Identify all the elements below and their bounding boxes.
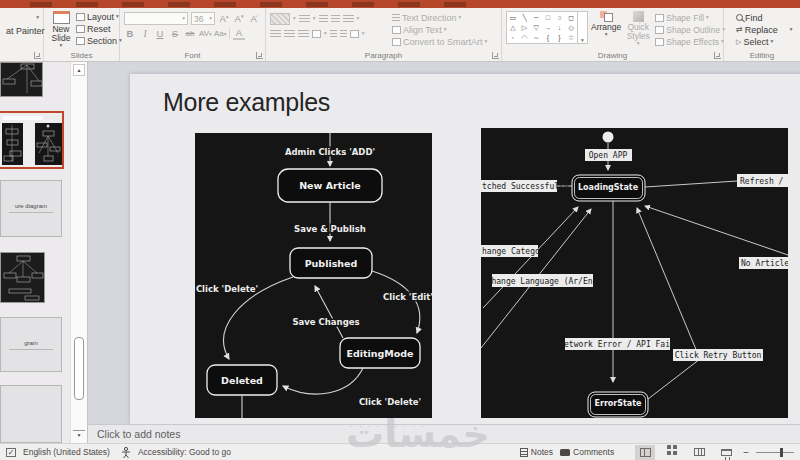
find-button[interactable]: Find	[736, 12, 796, 23]
add-table-icon[interactable]	[350, 30, 359, 38]
state-loading: LoadingState	[578, 183, 639, 192]
new-slide-button[interactable]: New Slide ▾	[48, 11, 74, 48]
paragraph-group-label: Paragraph	[266, 51, 501, 60]
section-icon	[76, 37, 85, 45]
align-left-icon[interactable]	[270, 30, 281, 38]
slide-thumbnail-6[interactable]	[0, 385, 62, 443]
grow-font-button[interactable]: A▴	[218, 13, 230, 24]
scrollbar-thumb[interactable]	[74, 337, 84, 400]
normal-view-button[interactable]	[635, 445, 655, 460]
ltr-icon[interactable]	[330, 30, 337, 38]
bold-button[interactable]: B	[124, 28, 136, 39]
reset-icon	[76, 25, 85, 33]
thumbnail-panel-scrollbar[interactable]: ▲ ▼	[70, 62, 87, 443]
text-direction-button[interactable]: Text Direction▾	[392, 12, 487, 23]
notes-toggle-icon	[520, 448, 528, 457]
paste-dropdown-caret[interactable]: ▾	[36, 15, 39, 21]
state-new-article: New Article	[299, 180, 361, 191]
scroll-up-icon[interactable]: ▲	[73, 64, 85, 76]
italic-button[interactable]: I	[139, 29, 151, 39]
align-right-icon[interactable]	[298, 30, 309, 38]
font-color-button[interactable]: A	[233, 27, 245, 40]
shrink-font-button[interactable]: A▾	[233, 13, 245, 24]
align-text-button[interactable]: Align Text▾	[392, 24, 487, 35]
replace-button[interactable]: ⇄ Replace ▾	[736, 24, 796, 35]
status-bar: ✓ English (United States) Accessibility:…	[0, 443, 800, 460]
paragraph-dialog-launcher-icon[interactable]	[492, 52, 499, 59]
align-center-icon[interactable]	[284, 30, 295, 38]
notes-pane[interactable]: · · · · · · · · · Click to add notes	[88, 424, 800, 443]
scroll-down-icon[interactable]: ▼	[73, 430, 85, 440]
transition-open-app: Open APP	[589, 151, 628, 160]
state-published: Published	[305, 258, 358, 269]
shape-outline-button[interactable]: Shape Outline▾	[655, 24, 725, 35]
font-name-combobox[interactable]: ▾	[124, 12, 188, 25]
reading-view-button[interactable]	[689, 445, 709, 460]
notes-toggle-button[interactable]: Notes	[520, 447, 553, 458]
slide-sorter-view-button[interactable]	[662, 445, 682, 460]
slide-surface[interactable]: More examples Admin Clicks 'ADD' New Art…	[130, 74, 800, 424]
line-spacing-icon[interactable]	[343, 15, 354, 23]
character-spacing-button[interactable]: AV▾	[199, 29, 211, 38]
new-slide-label: New Slide	[48, 25, 74, 43]
zoom-slider[interactable]	[756, 452, 794, 453]
clear-formatting-button[interactable]: A⁄	[248, 13, 260, 24]
increase-indent-icon[interactable]	[331, 15, 340, 23]
slide-thumbnail-5[interactable]: gram	[0, 317, 62, 372]
left-state-diagram-image[interactable]: Admin Clicks 'ADD' New Article Save & Pu…	[195, 133, 432, 418]
ribbon-group-editing: Find ⇄ Replace ▾ ▷ Select▾ Editing	[724, 8, 800, 61]
shapes-gallery-grid[interactable]: ▭╲─□○◻ △▷▽→↓◇ ◦◠∼{}☆	[506, 11, 578, 44]
right-state-diagram-image[interactable]: Open APP LoadingState tched Successfully	[481, 128, 788, 418]
shape-fill-button[interactable]: Shape Fill▾	[655, 12, 725, 23]
slide-canvas: More examples Admin Clicks 'ADD' New Art…	[88, 62, 800, 424]
ribbon-group-paragraph: ▾ ▾ ▾ ▾ ▾ Text Direction▾	[266, 8, 502, 61]
slide-thumbnail-1[interactable]	[0, 62, 43, 97]
quick-styles-button[interactable]: Quick Styles ▾	[624, 11, 652, 48]
strikethrough-button[interactable]: ab	[184, 29, 196, 38]
notes-placeholder[interactable]: Click to add notes	[97, 428, 180, 440]
slide-title[interactable]: More examples	[163, 88, 330, 117]
slide-thumbnail-panel: ure diagram gram ▲ ▼	[0, 62, 88, 443]
select-button[interactable]: ▷ Select▾	[736, 36, 796, 47]
reset-button[interactable]: Reset	[76, 23, 122, 34]
decrease-indent-icon[interactable]	[319, 15, 328, 23]
shape-effects-button[interactable]: Shape Effects▾	[655, 36, 725, 47]
font-size-combobox[interactable]: 36▾	[191, 12, 215, 25]
underline-button[interactable]: U	[154, 28, 166, 39]
layout-icon	[76, 13, 85, 21]
shapes-gallery[interactable]: ▭╲─□○◻ △▷▽→↓◇ ◦◠∼{}☆ ▾	[506, 11, 588, 48]
ribbon: ▾ at Painter New Slide ▾ Layout▾ Reset S	[0, 8, 800, 62]
spellcheck-icon[interactable]: ✓	[6, 448, 16, 457]
bullets-gallery-button[interactable]	[270, 13, 290, 25]
slide-thumbnail-2-selected[interactable]	[0, 111, 64, 169]
slide-thumbnail-4[interactable]	[0, 252, 45, 303]
section-button[interactable]: Section▾	[76, 35, 122, 46]
align-text-icon	[392, 26, 401, 34]
notes-resize-grip[interactable]: · · · · · · · · ·	[303, 425, 473, 429]
numbering-icon[interactable]	[299, 15, 310, 23]
layout-button[interactable]: Layout▾	[76, 11, 122, 22]
state-error: ErrorState	[594, 399, 642, 408]
slideshow-button[interactable]	[716, 445, 736, 460]
slide-thumbnail-3[interactable]: ure diagram	[0, 180, 62, 237]
text-direction-icon	[392, 14, 400, 22]
accessibility-status[interactable]: Accessibility: Good to go	[138, 447, 231, 457]
drawing-dialog-launcher-icon[interactable]	[714, 52, 721, 59]
find-icon	[736, 14, 743, 21]
zoom-slider-thumb[interactable]	[780, 448, 783, 457]
rtl-icon[interactable]	[340, 30, 347, 38]
columns-icon[interactable]	[312, 30, 321, 38]
normal-view-icon	[640, 448, 651, 457]
shadow-button[interactable]: S	[169, 28, 181, 39]
shapes-gallery-more-button[interactable]: ▾	[578, 11, 588, 44]
convert-smartart-button[interactable]: Convert to SmartArt▾	[392, 36, 487, 47]
change-case-button[interactable]: Aa▾	[214, 29, 226, 38]
comments-toggle-button[interactable]: Comments	[560, 447, 614, 458]
clipboard-dialog-launcher-icon[interactable]	[34, 52, 41, 59]
zoom-out-button[interactable]: −	[743, 447, 749, 458]
language-status[interactable]: English (United States)	[23, 447, 110, 457]
font-dialog-launcher-icon[interactable]	[256, 52, 263, 59]
arrange-button[interactable]: Arrange ▾	[591, 11, 621, 48]
format-painter-button[interactable]: at Painter	[4, 25, 39, 36]
format-painter-label: at Painter	[6, 26, 45, 36]
